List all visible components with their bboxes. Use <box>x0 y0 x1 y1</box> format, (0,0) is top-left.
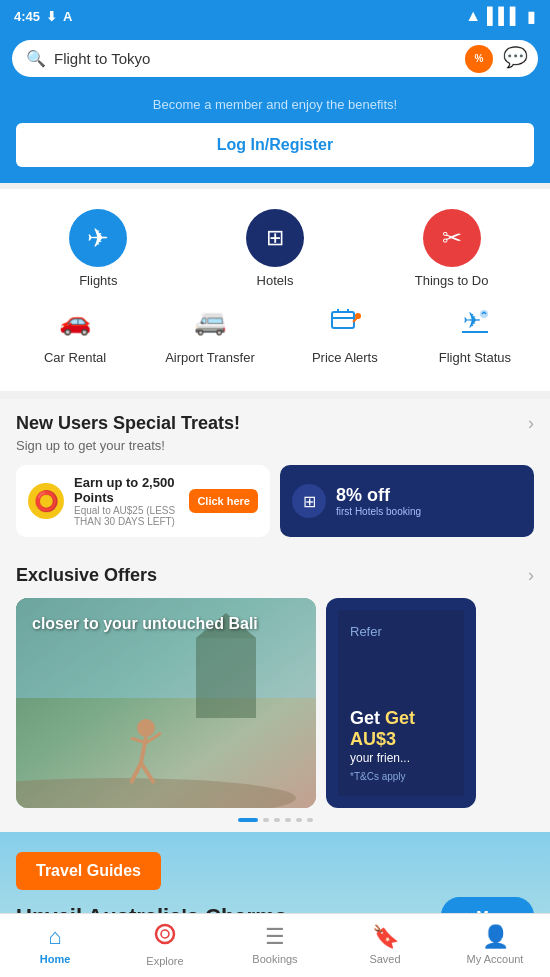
travel-guides-button[interactable]: Travel Guides <box>16 852 161 890</box>
treat-cta-button[interactable]: Click here <box>189 489 258 513</box>
home-label: Home <box>40 953 71 965</box>
treat-card-hotels[interactable]: ⊞ 8% off first Hotels booking <box>280 465 534 537</box>
chat-icon[interactable]: 💬 <box>503 45 528 73</box>
treat-main-text: Earn up to 2,500 Points <box>74 475 179 505</box>
refer-get-text: Get Get AU$3 <box>350 708 415 750</box>
status-time: 4:45 <box>14 9 40 24</box>
hotels-icon: ⊞ <box>266 225 284 251</box>
category-row-1: ✈ Flights ⊞ Hotels ✂ Things to Do <box>10 209 540 288</box>
offers-arrow-icon[interactable]: › <box>528 565 534 586</box>
dot-5 <box>296 818 302 822</box>
bali-offer-text: closer to your untouched Bali <box>32 614 258 635</box>
offers-title: Exclusive Offers <box>16 565 157 586</box>
search-input-text: Flight to Tokyo <box>54 50 524 67</box>
svg-point-23 <box>161 930 169 938</box>
treat-card-points[interactable]: ⭕ Earn up to 2,500 Points Equal to AU$25… <box>16 465 270 537</box>
nav-saved[interactable]: 🔖 Saved <box>350 924 420 965</box>
category-car-rental[interactable]: 🚗 Car Rental <box>35 298 115 365</box>
points-icon: ⭕ <box>34 489 59 513</box>
offer-card-bali[interactable]: closer to your untouched Bali <box>16 598 316 808</box>
svg-text:✈: ✈ <box>463 308 481 333</box>
svg-rect-13 <box>196 638 256 718</box>
offers-header: Exclusive Offers › <box>16 565 534 586</box>
treat2-desc: first Hotels booking <box>336 506 421 517</box>
svg-point-8 <box>480 310 488 318</box>
svg-point-16 <box>137 719 155 737</box>
search-icon: 🔍 <box>26 49 46 68</box>
svg-point-22 <box>156 925 174 943</box>
battery-icon: ▮ <box>527 7 536 26</box>
my-account-label: My Account <box>467 953 524 965</box>
explore-svg-icon <box>153 922 177 946</box>
category-price-alerts[interactable]: Price Alerts <box>305 298 385 365</box>
my-account-icon: 👤 <box>482 924 509 950</box>
price-alerts-icon-wrap <box>322 298 368 344</box>
airport-transfer-icon: 🚐 <box>194 306 226 337</box>
category-row-2: 🚗 Car Rental 🚐 Airport Transfer <box>10 298 540 365</box>
nav-home[interactable]: ⌂ Home <box>20 924 90 965</box>
notification-icon: A <box>63 9 72 24</box>
membership-banner: Become a member and enjoy the benefits! <box>0 91 550 123</box>
bookings-label: Bookings <box>252 953 297 965</box>
header: 🔍 Flight to Tokyo % 💬 <box>0 32 550 91</box>
carousel-dots <box>16 808 534 832</box>
exclusive-offers-section: Exclusive Offers › <box>0 551 550 832</box>
dot-6 <box>307 818 313 822</box>
refer-top-text: Refer <box>350 624 452 639</box>
refer-friend-text: your frien... <box>350 751 452 765</box>
car-icon-wrap: 🚗 <box>52 298 98 344</box>
search-bar[interactable]: 🔍 Flight to Tokyo % 💬 <box>12 40 538 77</box>
treats-cards: ⭕ Earn up to 2,500 Points Equal to AU$25… <box>16 465 534 537</box>
treats-arrow-icon[interactable]: › <box>528 413 534 434</box>
hotels-icon-wrap: ⊞ <box>246 209 304 267</box>
hotels-label: Hotels <box>257 273 294 288</box>
nav-explore[interactable]: Explore <box>130 922 200 967</box>
treat2-logo: ⊞ <box>292 484 326 518</box>
refer-inner: Refer Get Get AU$3 your frien... *T&Cs a… <box>338 610 464 796</box>
download-icon: ⬇ <box>46 9 57 24</box>
things-label: Things to Do <box>415 273 489 288</box>
discount-icon[interactable]: % <box>465 45 493 73</box>
things-icon: ✂ <box>442 224 462 252</box>
dot-4 <box>285 818 291 822</box>
category-flights[interactable]: ✈ Flights <box>48 209 148 288</box>
treats-title: New Users Special Treats! <box>16 413 240 434</box>
saved-icon: 🔖 <box>372 924 399 950</box>
airport-icon-wrap: 🚐 <box>187 298 233 344</box>
flight-status-icon-wrap: ✈ <box>452 298 498 344</box>
hotels-promo-icon: ⊞ <box>303 492 316 511</box>
category-flight-status[interactable]: ✈ Flight Status <box>435 298 515 365</box>
signal-icon: ▌▌▌ <box>487 7 521 25</box>
category-airport-transfer[interactable]: 🚐 Airport Transfer <box>165 298 255 365</box>
membership-text: Become a member and enjoy the benefits! <box>153 97 397 112</box>
nav-my-account[interactable]: 👤 My Account <box>460 924 530 965</box>
svg-point-5 <box>355 313 361 319</box>
refer-tnc-text: *T&Cs apply <box>350 771 452 782</box>
category-hotels[interactable]: ⊞ Hotels <box>225 209 325 288</box>
dot-2 <box>263 818 269 822</box>
flights-icon: ✈ <box>87 223 109 254</box>
flight-status-icon: ✈ <box>458 304 492 338</box>
treats-header: New Users Special Treats! › <box>16 413 534 434</box>
categories-section: ✈ Flights ⊞ Hotels ✂ Things to Do 🚗 Car … <box>0 189 550 391</box>
flights-icon-wrap: ✈ <box>69 209 127 267</box>
nav-bookings[interactable]: ☰ Bookings <box>240 924 310 965</box>
discount-label: % <box>475 53 484 64</box>
saved-label: Saved <box>369 953 400 965</box>
explore-label: Explore <box>146 955 183 967</box>
offer-card-refer[interactable]: Refer Get Get AU$3 your frien... *T&Cs a… <box>326 598 476 808</box>
home-icon: ⌂ <box>48 924 61 950</box>
car-icon: 🚗 <box>59 306 91 337</box>
treat-info-points: Earn up to 2,500 Points Equal to AU$25 (… <box>74 475 179 527</box>
car-rental-label: Car Rental <box>44 350 106 365</box>
treat2-text: 8% off first Hotels booking <box>336 485 421 517</box>
login-register-button[interactable]: Log In/Register <box>16 123 534 167</box>
treat2-discount: 8% off <box>336 485 421 506</box>
login-section: Log In/Register <box>0 123 550 183</box>
dot-active <box>238 818 258 822</box>
flight-status-label: Flight Status <box>439 350 511 365</box>
treat-logo-points: ⭕ <box>28 483 64 519</box>
refer-title: Get Get AU$3 <box>350 708 452 751</box>
category-things-to-do[interactable]: ✂ Things to Do <box>402 209 502 288</box>
airport-transfer-label: Airport Transfer <box>165 350 255 365</box>
